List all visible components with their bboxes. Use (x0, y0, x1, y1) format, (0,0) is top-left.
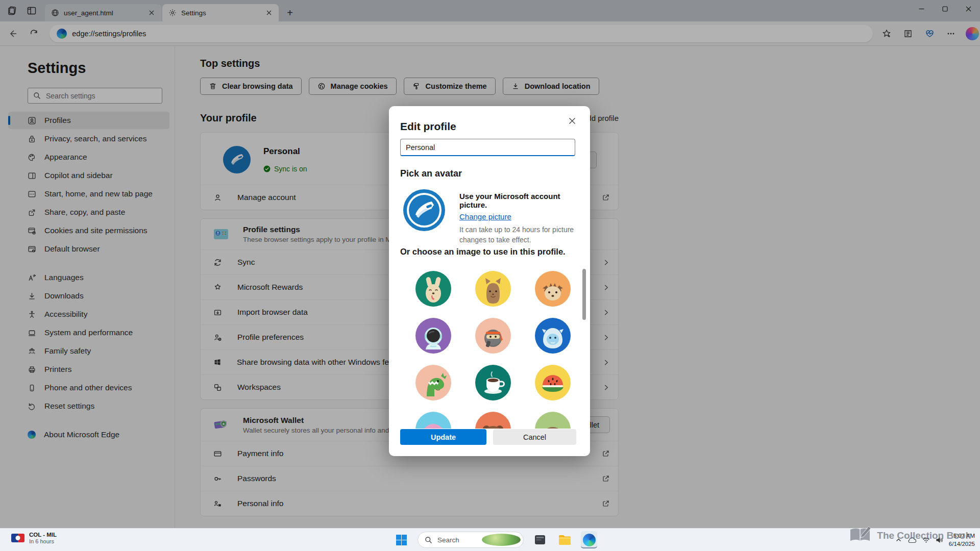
taskbar-clock[interactable]: 5:07 AM 6/14/2025 (949, 532, 975, 548)
avatar-sloth[interactable] (535, 412, 571, 429)
avatar-watermelon[interactable] (535, 365, 571, 400)
profile-name-input[interactable] (400, 139, 575, 156)
choose-image-heading: Or choose an image to use in this profil… (400, 247, 566, 257)
account-picture-text: Use your Microsoft account picture. (459, 192, 582, 209)
avatar-yeti[interactable] (535, 318, 571, 354)
avatar-astronaut[interactable] (415, 318, 451, 354)
edge-taskbar-icon[interactable] (581, 531, 597, 548)
close-icon[interactable] (566, 114, 579, 128)
file-explorer-icon[interactable] (556, 531, 573, 548)
avatar-hedgehog[interactable] (535, 271, 571, 307)
task-view-icon[interactable] (532, 531, 548, 548)
search-icon (425, 536, 432, 544)
taskbar-search[interactable]: Search (418, 532, 524, 548)
weather-widget[interactable]: COL - MIL In 6 hours (11, 532, 57, 544)
avatar-coffee[interactable] (475, 365, 511, 400)
avatar-scrollbar[interactable] (582, 269, 586, 320)
tray-cloud-icon[interactable] (908, 537, 917, 543)
update-button[interactable]: Update (400, 429, 486, 445)
account-avatar (403, 189, 445, 245)
tray-chevron-icon[interactable] (895, 537, 902, 543)
picture-note: It can take up to 24 hours for picture c… (459, 224, 582, 245)
avatar-cat[interactable] (475, 271, 511, 307)
taskbar: COL - MIL In 6 hours Search (0, 528, 980, 551)
avatar-grid (403, 265, 583, 429)
tray-network-icon[interactable] (922, 537, 930, 543)
avatar-bear[interactable] (475, 412, 511, 429)
avatar-donut[interactable] (415, 412, 451, 429)
start-button[interactable] (393, 531, 409, 548)
pick-avatar-heading: Pick an avatar (400, 168, 462, 179)
search-highlight-image (482, 534, 521, 546)
avatar-dog[interactable] (415, 271, 451, 307)
cancel-button[interactable]: Cancel (493, 429, 576, 445)
mlb-icon (11, 534, 24, 542)
dialog-title: Edit profile (400, 120, 456, 133)
change-picture-link[interactable]: Change picture (459, 212, 511, 221)
avatar-ninja[interactable] (475, 318, 511, 354)
avatar-dinosaur[interactable] (415, 365, 451, 400)
edit-profile-dialog: Edit profile Pick an avatar Use your Mic… (389, 106, 590, 456)
tray-volume-icon[interactable] (936, 537, 943, 543)
